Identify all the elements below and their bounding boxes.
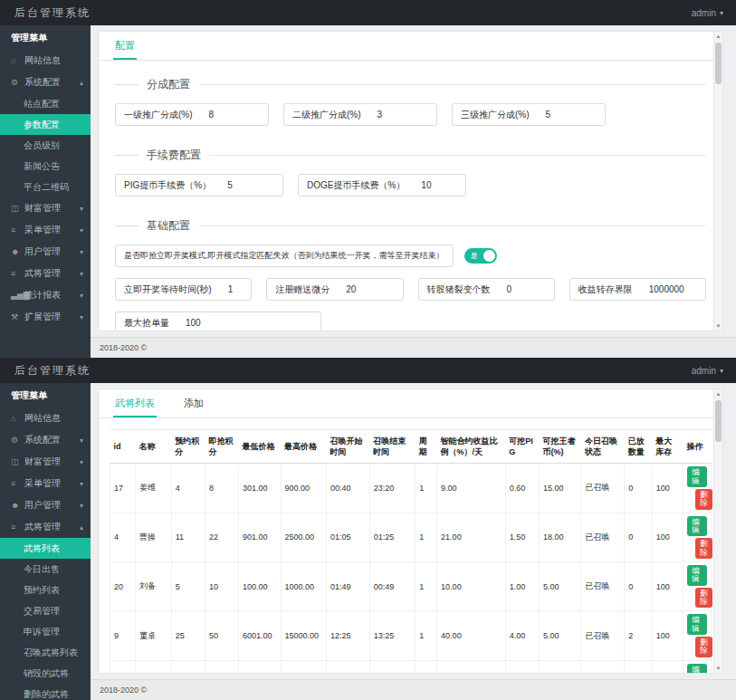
delete-button[interactable]: 删除 [695, 489, 712, 510]
cell: 1 [416, 562, 437, 611]
scrollbar-up-icon[interactable]: ▲ [716, 32, 722, 41]
cell: 15000.00 [281, 611, 326, 660]
cell-actions: 编辑删除 [683, 660, 712, 674]
instant-open-toggle[interactable]: 是 [464, 248, 497, 264]
config-field[interactable]: 一级推广分成(%)8 [115, 103, 269, 126]
gear-icon: ⚙ [11, 78, 24, 87]
delete-button[interactable]: 删除 [695, 588, 712, 609]
scrollbar-thumb[interactable] [715, 43, 722, 84]
cell: 已召唤 [581, 464, 625, 513]
sidebar-item-extension[interactable]: ⚒扩展管理▾ [0, 306, 91, 328]
scrollbar-down-icon[interactable]: ▼ [716, 664, 722, 673]
sidebar-item-label: 财富管理 [24, 202, 80, 215]
sidebar-item-wealth[interactable]: ◫财富管理▾ [0, 451, 91, 473]
config-field[interactable]: 注册赠送微分20 [266, 278, 403, 301]
tab[interactable]: 添加 [182, 389, 206, 417]
edit-button[interactable]: 编辑 [687, 614, 707, 635]
chevron-down-icon: ▾ [80, 436, 83, 445]
cell: 0.60 [505, 464, 539, 513]
toggle-knob [483, 250, 495, 262]
generals-icon: ≡ [11, 269, 24, 278]
sidebar-item-label: 用户管理 [24, 245, 80, 258]
sidebar-item-generals[interactable]: ≡武将管理▴ [0, 516, 91, 538]
section-rule-right [199, 84, 706, 85]
users-icon: ☻ [11, 501, 24, 510]
config-field[interactable]: DOGE提币手续费（%）10 [298, 174, 466, 197]
sidebar-item-orders[interactable]: ≡采单管理▾ [0, 473, 91, 494]
wrench-icon: ⚒ [11, 312, 24, 321]
sidebar-item-stats[interactable]: ▃▅▇统计报表▾ [0, 284, 91, 306]
cell: 10.00 [505, 660, 539, 674]
toggle-label-box: 是否即抢立即开奖模式,即开模式指定匹配失效（否则为结果统一开奖，需等至开奖结束） [115, 245, 454, 267]
sidebar-item-users[interactable]: ☻用户管理▾ [0, 241, 91, 263]
chevron-up-icon: ▴ [80, 523, 83, 532]
cell: 0 [625, 464, 653, 513]
sidebar-subitem[interactable]: 申诉管理 [0, 621, 91, 642]
user-name: admin [692, 8, 716, 18]
sidebar-subitem[interactable]: 平台二维码 [0, 177, 91, 197]
sidebar-subitem[interactable]: 删除的武将 [0, 684, 91, 700]
sidebar-subitem[interactable]: 今日出售 [0, 559, 91, 580]
config-field[interactable]: 三级推广分成(%)5 [452, 103, 606, 126]
cell: 1 [416, 611, 437, 660]
sidebar-item-system-config[interactable]: ⚙系统配置▾ [0, 429, 91, 451]
chevron-down-icon: ▾ [720, 9, 723, 17]
scrollbar-up-icon[interactable]: ▲ [716, 389, 722, 398]
delete-button[interactable]: 删除 [695, 538, 712, 559]
field-row: PIG提币手续费（%）5DOGE提币手续费（%）10 [115, 174, 706, 197]
edit-button[interactable]: 编辑 [687, 466, 707, 487]
scrollbar[interactable]: ▲ ▼ [713, 389, 722, 673]
sidebar-subitem[interactable]: 召唤武将列表 [0, 642, 91, 663]
edit-button[interactable]: 编辑 [687, 565, 707, 586]
sidebar-subitem[interactable]: 站点配置 [0, 93, 91, 114]
sidebar-subitem[interactable]: 参数配置 [0, 114, 91, 135]
column-header: 可挖PIG [505, 430, 539, 464]
delete-button[interactable]: 删除 [695, 637, 712, 657]
sidebar-subitem[interactable]: 销毁的武将 [0, 663, 91, 684]
config-field-label: 三级推广分成(%) [461, 109, 530, 121]
sidebar-subitem[interactable]: 新闻公告 [0, 156, 91, 177]
sidebar-item-generals[interactable]: ≡武将管理▾ [0, 263, 91, 284]
config-field[interactable]: 二级推广分成(%)3 [283, 103, 437, 126]
sidebar-item-system-config[interactable]: ⚙系统配置▴ [0, 72, 91, 93]
cell: 901.00 [239, 513, 281, 561]
scrollbar[interactable]: ▲ ▼ [713, 32, 722, 331]
cell: 已召唤 [581, 562, 625, 611]
config-field-label: PIG提币手续费（%） [124, 179, 211, 192]
cell: 10 [171, 660, 205, 674]
edit-button[interactable]: 编辑 [687, 664, 707, 674]
user-menu[interactable]: admin ▾ [692, 366, 736, 376]
chevron-down-icon: ▾ [80, 502, 83, 510]
cell: 1 [625, 660, 653, 674]
sidebar-item-site-info[interactable]: ⌂网站信息 [0, 50, 91, 72]
sidebar-subitem[interactable]: 预约列表 [0, 580, 91, 600]
config-field[interactable]: 最大抢单量100 [115, 312, 321, 331]
chevron-down-icon: ▾ [80, 226, 83, 235]
sidebar-subitem[interactable]: 武将列表 [0, 538, 91, 559]
cell: 00:49 [369, 562, 415, 611]
scrollbar-down-icon[interactable]: ▼ [716, 321, 722, 331]
sidebar-subitem[interactable]: 会员级别 [0, 135, 91, 156]
config-field-value: 8 [209, 110, 215, 120]
config-section: 手续费配置PIG提币手续费（%）5DOGE提币手续费（%）10 [115, 148, 706, 197]
cell: 6001.00 [239, 611, 281, 660]
sidebar-item-wealth[interactable]: ◫财富管理▾ [0, 197, 91, 219]
section-head: 手续费配置 [115, 148, 706, 163]
config-field[interactable]: PIG提币手续费（%）5 [115, 174, 283, 197]
user-menu[interactable]: admin ▾ [692, 8, 736, 18]
field-row: 最大抢单量100 [115, 312, 706, 331]
config-field[interactable]: 收益转存界限1000000 [569, 278, 706, 301]
sidebar-item-users[interactable]: ☻用户管理▾ [0, 494, 91, 516]
edit-button[interactable]: 编辑 [687, 516, 707, 537]
column-header: 今日召唤状态 [581, 430, 625, 464]
sidebar-menu: ⌂网站信息⚙系统配置▴站点配置参数配置会员级别新闻公告平台二维码◫财富管理▾≡采… [0, 50, 91, 328]
footer-text: 2018-2020 © [100, 343, 147, 352]
tab[interactable]: 武将列表 [113, 389, 157, 417]
sidebar-item-site-info[interactable]: ⌂网站信息 [0, 408, 91, 429]
config-field[interactable]: 转股猪裂变个数0 [418, 278, 555, 301]
scrollbar-thumb[interactable] [715, 400, 722, 442]
sidebar-item-orders[interactable]: ≡采单管理▾ [0, 219, 91, 241]
config-field[interactable]: 立即开奖等待时间(秒)1 [115, 278, 252, 301]
tab[interactable]: 配置 [113, 32, 137, 60]
sidebar-subitem[interactable]: 交易管理 [0, 600, 91, 621]
